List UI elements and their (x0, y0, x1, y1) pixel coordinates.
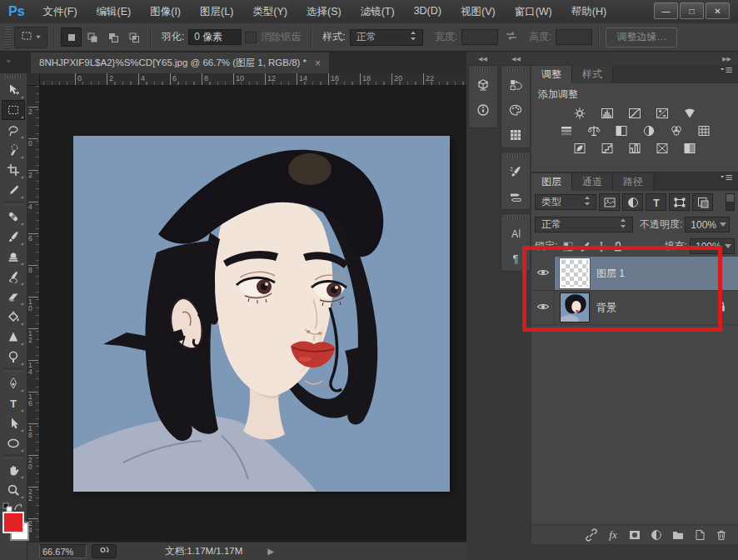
visibility-toggle[interactable] (531, 291, 555, 324)
menu-item-2[interactable]: 编辑(E) (93, 3, 135, 21)
tab-close-icon[interactable]: × (315, 58, 321, 69)
type-tool[interactable]: T (2, 393, 25, 413)
history-brush-tool[interactable] (2, 267, 25, 287)
tool-preset-picker[interactable] (14, 27, 47, 48)
eye-icon[interactable] (536, 300, 550, 316)
filter-toggle[interactable] (726, 193, 735, 211)
lock-position-button[interactable] (593, 239, 610, 253)
height-input[interactable] (556, 29, 592, 45)
invert-icon[interactable] (570, 141, 590, 156)
pixel-filter-button[interactable] (599, 193, 620, 211)
crop-tool[interactable] (2, 160, 25, 180)
zoom-tool[interactable] (2, 480, 25, 500)
layer-thumbnail[interactable] (560, 292, 590, 322)
canvas[interactable] (40, 86, 468, 542)
eraser-tool[interactable] (2, 287, 25, 307)
new-adjustment-button[interactable] (648, 528, 665, 542)
menu-item-5[interactable]: 类型(Y) (249, 3, 291, 21)
paragraph-panel-icon[interactable]: ¶ (501, 246, 530, 271)
strip-grip[interactable] (507, 68, 525, 72)
eye-icon[interactable] (536, 266, 550, 282)
layers-panel-menu-icon[interactable] (720, 172, 733, 188)
strip-grip[interactable] (507, 216, 525, 220)
collapse-panels-icon[interactable]: ▶▶ (722, 56, 731, 62)
status-options-button[interactable] (92, 544, 117, 558)
3d-panel-icon[interactable] (469, 72, 497, 98)
toolbar-grip[interactable] (5, 75, 22, 79)
photo-filter-icon[interactable] (639, 123, 659, 138)
threshold-icon[interactable] (625, 141, 645, 156)
layers-tab-图层[interactable]: 图层 (531, 173, 572, 191)
healing-brush-tool[interactable] (2, 207, 25, 227)
swatches-panel-icon[interactable] (501, 122, 530, 148)
selective-color-icon[interactable] (680, 141, 700, 156)
new-layer-button[interactable] (691, 528, 708, 542)
lock-all-button[interactable] (610, 239, 626, 253)
minimize-button[interactable]: — (654, 2, 678, 19)
menu-item-9[interactable]: 视图(V) (457, 3, 499, 21)
intersect-selection-button[interactable] (123, 28, 144, 47)
paint-bucket-tool[interactable] (2, 307, 25, 327)
style-select[interactable]: 正常 (350, 29, 423, 46)
adjustments-tab-样式[interactable]: 样式 (572, 66, 613, 83)
brightness-contrast-icon[interactable] (570, 106, 590, 121)
layers-tab-路径[interactable]: 路径 (613, 173, 654, 191)
move-tool[interactable] (2, 80, 25, 100)
curves-icon[interactable] (625, 106, 645, 121)
channel-mixer-icon[interactable] (666, 123, 686, 138)
visibility-toggle[interactable] (531, 257, 555, 290)
info-panel-icon[interactable] (469, 98, 497, 122)
type-filter-button[interactable]: T (646, 193, 666, 211)
layers-tab-通道[interactable]: 通道 (572, 173, 613, 191)
filter-type-select[interactable]: 类型 (535, 194, 596, 210)
options-grip[interactable] (5, 27, 11, 48)
close-button[interactable]: ✕ (706, 2, 730, 19)
vertical-ruler[interactable]: 2024681012141618202224 (27, 86, 40, 542)
adjustment-filter-button[interactable] (622, 193, 643, 211)
path-selection-tool[interactable] (2, 413, 25, 433)
pen-tool[interactable] (2, 373, 25, 393)
layer-thumbnail[interactable] (560, 258, 590, 288)
clone-stamp-tool[interactable] (2, 247, 25, 267)
blur-tool[interactable] (2, 327, 25, 347)
menu-item-8[interactable]: 3D(D) (411, 3, 445, 21)
add-selection-button[interactable] (82, 28, 102, 47)
collapse-strip-icon[interactable]: ◀◀ (478, 56, 487, 62)
foreground-color-swatch[interactable] (2, 512, 24, 533)
rectangular-marquee-tool[interactable] (2, 100, 25, 120)
hand-tool[interactable] (2, 460, 25, 480)
opacity-select[interactable]: 100% (685, 217, 730, 232)
layer-row-图层 1[interactable]: 图层 1 (531, 257, 738, 291)
link-layers-button[interactable] (583, 528, 600, 542)
ellipse-tool[interactable] (2, 433, 25, 453)
fill-select[interactable]: 100% (690, 238, 735, 254)
smart-object-filter-button[interactable] (692, 193, 713, 211)
dodge-tool[interactable] (2, 347, 25, 367)
strip-grip[interactable] (507, 154, 525, 158)
exposure-icon[interactable] (652, 106, 672, 121)
zoom-level-field[interactable]: 66.67% (39, 544, 87, 558)
hue-saturation-icon[interactable] (556, 123, 576, 138)
status-menu-arrow-icon[interactable]: ▶ (267, 547, 274, 556)
vibrance-icon[interactable] (680, 106, 700, 121)
layer-row-背景[interactable]: 背景 (531, 291, 738, 325)
menu-item-6[interactable]: 选择(S) (303, 3, 345, 21)
posterize-icon[interactable] (597, 141, 617, 156)
menu-item-4[interactable]: 图层(L) (197, 3, 237, 21)
maximize-button[interactable]: □ (680, 2, 704, 19)
levels-icon[interactable] (597, 106, 617, 121)
character-panel-icon[interactable]: A (501, 221, 530, 246)
menu-item-11[interactable]: 帮助(H) (568, 3, 610, 21)
history-panel-icon[interactable] (501, 72, 530, 98)
color-panel-icon[interactable] (501, 98, 530, 122)
gradient-map-icon[interactable] (652, 141, 672, 156)
black-white-icon[interactable] (611, 123, 631, 138)
refine-edge-button[interactable]: 调整边缘… (606, 28, 677, 48)
menu-item-7[interactable]: 滤镜(T) (357, 3, 398, 21)
lock-pixels-button[interactable] (576, 239, 593, 253)
tab-overflow-icon[interactable]: » (7, 58, 11, 65)
lock-transparent-button[interactable] (560, 239, 576, 253)
brush-tool[interactable] (2, 227, 25, 247)
eyedropper-tool[interactable] (2, 180, 25, 200)
brush-panel-icon[interactable] (501, 159, 530, 184)
